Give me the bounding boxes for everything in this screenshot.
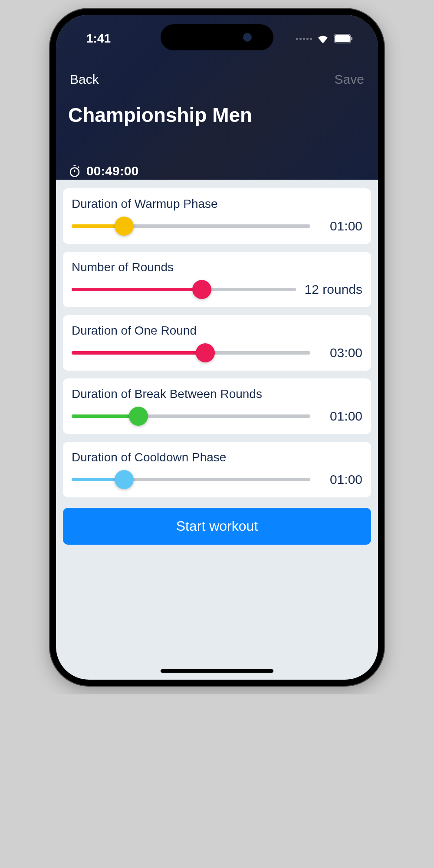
setting-card: Duration of One Round 03:00 [63,315,371,371]
status-time: 1:41 [86,32,111,46]
setting-card: Number of Rounds 12 rounds [63,252,371,307]
slider-row: 01:00 [72,219,362,233]
svg-rect-2 [351,37,352,40]
total-time-row: 00:49:00 [68,164,366,178]
setting-label: Duration of One Round [72,324,362,338]
save-button[interactable]: Save [335,72,364,87]
slider[interactable] [72,288,296,291]
slider-value: 01:00 [319,472,362,487]
slider-value: 01:00 [319,219,362,233]
slider[interactable] [72,224,310,228]
back-button[interactable]: Back [70,72,99,87]
setting-label: Duration of Break Between Rounds [72,387,362,401]
slider-value: 01:00 [319,409,362,424]
setting-card: Duration of Cooldown Phase 01:00 [63,442,371,497]
slider[interactable] [72,414,310,418]
slider[interactable] [72,478,310,481]
setting-card: Duration of Break Between Rounds 01:00 [63,378,371,434]
home-indicator [161,669,273,673]
wifi-icon [316,34,329,43]
slider-value: 12 rounds [305,282,362,297]
slider-row: 12 rounds [72,282,362,297]
content-area: Duration of Warmup Phase 01:00 Number of… [56,180,378,553]
total-time: 00:49:00 [86,164,138,178]
page-title: Championship Men [68,103,366,127]
start-workout-button[interactable]: Start workout [63,508,371,545]
slider[interactable] [72,351,310,355]
phone-screen: 1:41 Back Save [56,15,378,680]
slider-value: 03:00 [319,345,362,360]
notch [161,24,273,50]
status-icons [296,34,353,43]
phone-frame: 1:41 Back Save [50,9,384,686]
setting-label: Duration of Cooldown Phase [72,450,362,464]
signal-icon [296,38,312,40]
setting-label: Number of Rounds [72,260,362,274]
stopwatch-icon [68,164,81,178]
battery-icon [334,34,353,43]
svg-rect-1 [335,35,350,42]
slider-row: 03:00 [72,345,362,360]
nav-row: Back Save [68,72,366,87]
slider-row: 01:00 [72,472,362,487]
slider-row: 01:00 [72,409,362,424]
setting-label: Duration of Warmup Phase [72,197,362,211]
setting-card: Duration of Warmup Phase 01:00 [63,188,371,244]
